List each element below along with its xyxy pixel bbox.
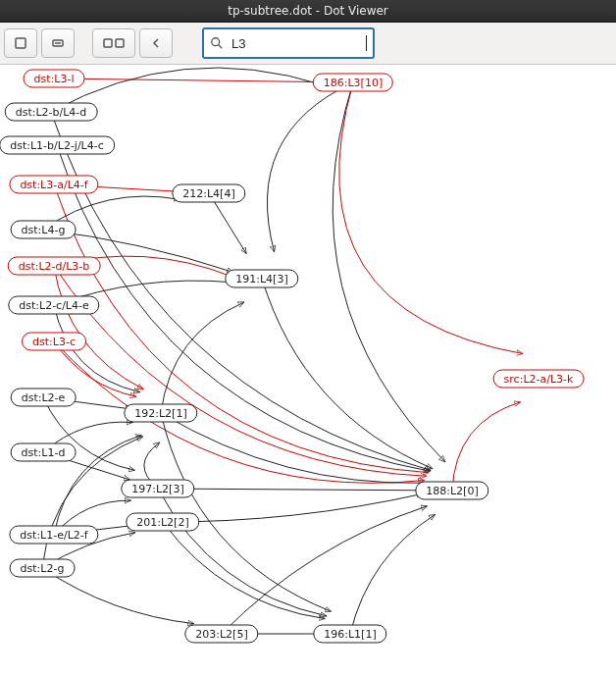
back-button[interactable]: [139, 28, 173, 58]
svg-rect-0: [16, 38, 26, 48]
graph-node[interactable]: dst:L4-g: [11, 221, 77, 239]
search-field[interactable]: [202, 27, 375, 59]
graph-edge: [54, 78, 324, 82]
graph-node[interactable]: 196:L1[1]: [313, 625, 386, 644]
window-title: tp-subtree.dot - Dot Viewer: [228, 4, 388, 18]
graph-edge: [452, 402, 521, 491]
window-titlebar: tp-subtree.dot - Dot Viewer: [0, 0, 616, 23]
graph-edge: [161, 302, 244, 413]
fit-icon-b: [115, 38, 125, 48]
svg-point-5: [212, 38, 220, 46]
graph-edge: [54, 266, 427, 476]
graph-edge: [222, 506, 428, 634]
back-icon: [149, 36, 163, 50]
graph-node[interactable]: dst:L2-e: [11, 389, 77, 407]
graph-node[interactable]: 197:L2[3]: [121, 480, 194, 498]
graph-edge: [339, 82, 523, 354]
toolbar-button-1[interactable]: [4, 28, 37, 58]
graph-node[interactable]: 192:L2[1]: [124, 404, 197, 423]
svg-line-6: [219, 45, 223, 49]
graph-edge: [163, 522, 325, 619]
graph-node[interactable]: 186:L3[10]: [313, 74, 393, 92]
graph-node[interactable]: dst:L3-l: [24, 70, 85, 88]
graph-node[interactable]: dst:L1-d: [11, 443, 77, 462]
text-cursor: [366, 35, 367, 51]
graph-edge: [54, 184, 429, 473]
graph-edge: [54, 341, 425, 483]
search-icon: [210, 36, 224, 50]
graph-node[interactable]: 191:L4[3]: [225, 270, 298, 288]
graph-edge: [158, 489, 327, 616]
toolbar: [0, 23, 616, 65]
graph-node[interactable]: 203:L2[5]: [184, 625, 258, 644]
graph-node[interactable]: dst:L3-c: [22, 333, 86, 351]
graph-node[interactable]: dst:L2-g: [10, 559, 76, 578]
svg-rect-4: [116, 39, 124, 47]
graph-canvas[interactable]: dst:L3-l186:L3[10]dst:L2-b/L4-ddst:L1-b/…: [0, 65, 616, 675]
fit-icon-a: [103, 38, 113, 48]
graph-edge: [262, 279, 433, 469]
graph-edge: [267, 82, 353, 252]
graph-node[interactable]: dst:L3-a/L4-f: [9, 176, 98, 194]
graph-node[interactable]: dst:L2-d/L3-b: [8, 257, 101, 276]
graph-node[interactable]: src:L2-a/L3-k: [493, 370, 585, 389]
graph-edge: [158, 489, 423, 491]
zoom-out-button[interactable]: [41, 28, 75, 58]
graph-node[interactable]: dst:L2-b/L4-d: [5, 103, 98, 122]
svg-rect-3: [104, 39, 112, 47]
graph-edge: [333, 82, 445, 462]
search-input[interactable]: [230, 35, 362, 52]
graph-node[interactable]: 188:L2[0]: [415, 482, 488, 500]
square-icon: [14, 36, 27, 50]
graph-node[interactable]: dst:L1-e/L2-f: [9, 526, 98, 545]
graph-node[interactable]: 212:L4[4]: [172, 184, 245, 203]
graph-node[interactable]: dst:L1-b/L2-j/L4-c: [0, 136, 115, 155]
graph-edge: [51, 112, 431, 470]
graph-node[interactable]: 201:L2[2]: [126, 513, 199, 532]
fit-button[interactable]: [92, 28, 135, 58]
graph-node[interactable]: dst:L2-c/L4-e: [8, 296, 99, 315]
minus-icon: [51, 36, 65, 50]
graph-edge: [163, 493, 423, 522]
